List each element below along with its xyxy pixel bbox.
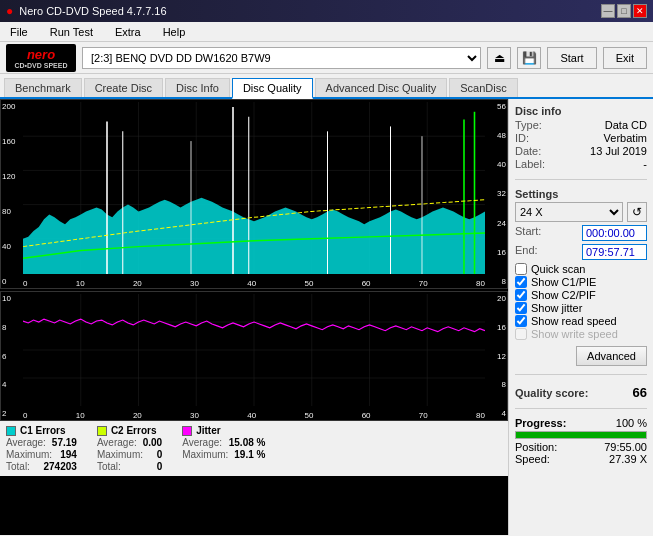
menu-run-test[interactable]: Run Test [44,24,99,40]
legend-area: C1 Errors Average: 57.19 Maximum: 194 To… [0,421,508,476]
title-bar: ● Nero CD-DVD Speed 4.7.7.16 — □ ✕ [0,0,653,22]
divider-2 [515,374,647,375]
jitter-max-label: Maximum: [182,449,228,460]
tab-scan-disc[interactable]: ScanDisc [449,78,517,97]
show-jitter-checkbox[interactable] [515,302,527,314]
quality-label: Quality score: [515,387,588,399]
tab-disc-quality[interactable]: Disc Quality [232,78,313,99]
position-value: 79:55.00 [604,441,647,453]
disc-info-title: Disc info [515,105,647,117]
menu-file[interactable]: File [4,24,34,40]
show-read-speed-label: Show read speed [531,315,617,327]
lower-chart: 108642 20161284 [0,291,508,421]
tab-bar: Benchmark Create Disc Disc Info Disc Qua… [0,74,653,99]
show-c2-label: Show C2/PIF [531,289,596,301]
exit-button[interactable]: Exit [603,47,647,69]
quick-scan-checkbox[interactable] [515,263,527,275]
app-title: Nero CD-DVD Speed 4.7.7.16 [19,5,166,17]
show-jitter-row: Show jitter [515,302,647,314]
menu-help[interactable]: Help [157,24,192,40]
show-c2-row: Show C2/PIF [515,289,647,301]
c1-max-value: 194 [60,449,77,460]
legend-jitter: Jitter Average: 15.08 % Maximum: 19.1 % [182,425,265,472]
show-c1-row: Show C1/PIE [515,276,647,288]
jitter-avg-value: 15.08 % [229,437,266,448]
jitter-label: Jitter [196,425,220,436]
start-time-input[interactable] [582,225,647,241]
refresh-button[interactable]: ↺ [627,202,647,222]
advanced-button[interactable]: Advanced [576,346,647,366]
show-c1-label: Show C1/PIE [531,276,596,288]
jitter-color [182,426,192,436]
show-write-speed-checkbox [515,328,527,340]
start-button[interactable]: Start [547,47,596,69]
close-button[interactable]: ✕ [633,4,647,18]
show-c2-checkbox[interactable] [515,289,527,301]
lower-y-right: 20161284 [487,292,507,420]
disc-label-value: - [643,158,647,170]
divider-1 [515,179,647,180]
lower-y-left: 108642 [1,292,21,420]
legend-c1: C1 Errors Average: 57.19 Maximum: 194 To… [6,425,77,472]
eject-button[interactable]: ⏏ [487,47,511,69]
c2-color [97,426,107,436]
speed-select[interactable]: 24 X [515,202,623,222]
drive-dropdown[interactable]: [2:3] BENQ DVD DD DW1620 B7W9 [82,47,481,69]
position-label: Position: [515,441,557,453]
c2-avg-label: Average: [97,437,137,448]
settings-title: Settings [515,188,647,200]
lower-x-labels: 01020304050607080 [21,411,487,420]
date-value: 13 Jul 2019 [590,145,647,157]
app-icon: ● [6,4,13,18]
speed-value: 27.39 X [609,453,647,465]
disc-info-section: Disc info Type: Data CD ID: Verbatim Dat… [515,105,647,171]
speed-row: 24 X ↺ [515,202,647,222]
menu-extra[interactable]: Extra [109,24,147,40]
quality-value: 66 [633,385,647,400]
tab-benchmark[interactable]: Benchmark [4,78,82,97]
c2-avg-value: 0.00 [143,437,162,448]
speed-label: Speed: [515,453,550,465]
end-time-input[interactable] [582,244,647,260]
c1-color [6,426,16,436]
show-write-speed-row: Show write speed [515,328,647,340]
minimize-button[interactable]: — [601,4,615,18]
lower-chart-inner [23,294,485,406]
show-write-speed-label: Show write speed [531,328,618,340]
c1-avg-label: Average: [6,437,46,448]
chart-panel: 20016012080400 5648403224168 [0,99,508,535]
disc-label-label: Label: [515,158,545,170]
c1-total-label: Total: [6,461,30,472]
start-time-label: Start: [515,225,541,241]
tab-disc-info[interactable]: Disc Info [165,78,230,97]
c1-total-value: 274203 [44,461,77,472]
type-label: Type: [515,119,542,131]
progress-section: Progress: 100 % Position: 79:55.00 Speed… [515,417,647,465]
c1-label: C1 Errors [20,425,66,436]
toolbar: nero CD•DVD SPEED [2:3] BENQ DVD DD DW16… [0,42,653,74]
maximize-button[interactable]: □ [617,4,631,18]
show-read-speed-checkbox[interactable] [515,315,527,327]
progress-bar-fill [516,432,646,438]
date-label: Date: [515,145,541,157]
quick-scan-row: Quick scan [515,263,647,275]
end-time-label: End: [515,244,538,260]
nero-logo: nero CD•DVD SPEED [6,44,76,72]
upper-y-left: 20016012080400 [1,100,21,288]
quick-scan-label: Quick scan [531,263,585,275]
tab-advanced-disc-quality[interactable]: Advanced Disc Quality [315,78,448,97]
main-content: 20016012080400 5648403224168 [0,99,653,535]
c2-total-value: 0 [157,461,163,472]
quality-section: Quality score: 66 [515,385,647,400]
show-c1-checkbox[interactable] [515,276,527,288]
id-value: Verbatim [604,132,647,144]
tab-create-disc[interactable]: Create Disc [84,78,163,97]
c2-label: C2 Errors [111,425,157,436]
c2-max-value: 0 [157,449,163,460]
save-button[interactable]: 💾 [517,47,541,69]
type-value: Data CD [605,119,647,131]
c2-total-label: Total: [97,461,121,472]
legend-c2: C2 Errors Average: 0.00 Maximum: 0 Total… [97,425,162,472]
c1-avg-value: 57.19 [52,437,77,448]
progress-value: 100 % [616,417,647,429]
